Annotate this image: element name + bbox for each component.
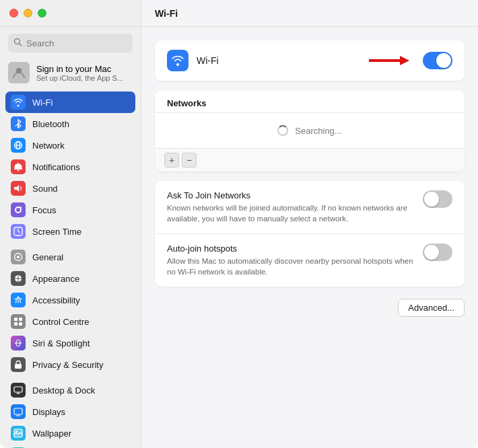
sidebar-item-label-wallpaper: Wallpaper [32,428,71,439]
appearance-icon [11,271,26,286]
sidebar-item-displays[interactable]: Displays [5,401,135,422]
bluetooth-icon [11,116,26,131]
sidebar-item-bluetooth[interactable]: Bluetooth [5,113,135,135]
controlcentre-icon [11,314,26,329]
sidebar-item-accessibility[interactable]: Accessibility [5,289,135,311]
wifi-card-label: Wi-Fi [197,55,361,66]
searching-text: Searching... [295,126,341,136]
sidebar-item-screentime[interactable]: Screen Time [5,221,135,242]
ask-to-join-toggle[interactable] [423,190,452,208]
sidebar-item-desktop[interactable]: Desktop & Dock [5,379,135,401]
advanced-row: Advanced... [155,296,465,320]
sidebar-item-label-displays: Displays [32,407,65,417]
sidebar-item-wallpaper[interactable]: Wallpaper [5,422,135,444]
sidebar-item-label-screentime: Screen Time [32,227,81,237]
sidebar-item-label-bluetooth: Bluetooth [32,119,69,129]
focus-icon [11,202,26,217]
sidebar-section: Wi-Fi Bluetooth Network [0,90,141,448]
search-input[interactable] [26,38,127,48]
sidebar-item-label-controlcentre: Control Centre [32,317,90,327]
sidebar-item-label-network: Network [32,141,65,151]
svg-marker-26 [400,56,409,65]
loading-spinner [277,125,288,136]
wallpaper-icon [11,426,26,441]
svg-point-23 [15,431,18,433]
sidebar-item-general[interactable]: General [5,246,135,268]
toggle-knob [436,53,451,68]
maximize-button[interactable] [38,9,46,17]
auto-join-text: Auto-join hotspots Allow this Mac to aut… [167,244,415,277]
accessibility-icon [11,293,26,307]
minimize-button[interactable] [24,9,32,17]
sidebar-item-notifications[interactable]: Notifications [5,156,135,178]
sidebar-item-label-accessibility: Accessibility [32,295,80,305]
sidebar-item-network[interactable]: Network [5,135,135,156]
sidebar: Sign in to your Mac Set up iCloud, the A… [0,0,141,448]
annotation-arrow [369,52,409,69]
sidebar-item-privacy[interactable]: Privacy & Security [5,354,135,375]
main-content: Wi-Fi Networks Searching... [141,0,478,448]
general-icon [11,250,26,264]
auto-join-desc: Allow this Mac to automatically discover… [167,256,415,277]
account-title: Sign in to your Mac [36,64,123,74]
search-box[interactable] [8,34,133,52]
auto-join-title: Auto-join hotspots [167,244,415,254]
sound-icon [11,181,26,196]
auto-join-toggle[interactable] [423,244,452,261]
notifications-icon [11,159,26,174]
svg-rect-20 [14,387,22,392]
sidebar-item-label-desktop: Desktop & Dock [32,385,95,396]
auto-join-row: Auto-join hotspots Allow this Mac to aut… [155,233,465,287]
sidebar-item-label-general: General [32,252,63,262]
sidebar-item-label-focus: Focus [32,205,56,215]
titlebar [0,0,141,27]
sidebar-item-screensaver[interactable]: Screen Saver [5,444,135,448]
sidebar-item-appearance[interactable]: Appearance [5,268,135,289]
wifi-icon-big [167,50,189,71]
ask-to-join-desc: Known networks will be joined automatica… [167,202,415,224]
sidebar-item-label-appearance: Appearance [32,274,79,284]
close-button[interactable] [9,9,18,17]
ask-to-join-knob [424,192,439,207]
svg-rect-15 [14,322,18,326]
sidebar-item-label-privacy: Privacy & Security [32,360,103,370]
networks-header: Networks [155,90,465,112]
account-icon [8,62,30,83]
svg-rect-19 [15,364,22,369]
advanced-button[interactable]: Advanced... [398,299,465,317]
wifi-toggle[interactable] [423,52,452,69]
account-subtitle: Set up iCloud, the App S... [36,74,123,82]
svg-rect-21 [14,408,22,414]
svg-point-7 [20,207,22,209]
account-text: Sign in to your Mac Set up iCloud, the A… [36,64,123,82]
wifi-toggle-card: Wi-Fi [155,40,465,81]
sidebar-item-label-siri: Siri & Spotlight [32,338,90,348]
svg-rect-14 [19,318,22,321]
sidebar-item-wifi[interactable]: Wi-Fi [5,91,135,113]
sidebar-item-label-wifi: Wi-Fi [32,98,53,108]
add-network-button[interactable]: + [164,153,179,167]
desktop-icon [11,383,26,398]
siri-icon [11,336,26,350]
ask-to-join-text: Ask To Join Networks Known networks will… [167,190,415,224]
svg-line-1 [20,44,22,46]
remove-network-button[interactable]: − [182,153,197,167]
sidebar-item-focus[interactable]: Focus [5,199,135,221]
add-remove-bar: + − [155,149,465,172]
wifi-icon [11,95,26,110]
sidebar-item-sound[interactable]: Sound [5,178,135,199]
sidebar-item-controlcentre[interactable]: Control Centre [5,311,135,332]
svg-marker-6 [14,185,19,192]
network-icon [11,138,26,153]
sidebar-item-siri[interactable]: Siri & Spotlight [5,332,135,354]
sidebar-item-label-sound: Sound [32,184,58,194]
page-title: Wi-Fi [155,8,178,19]
searching-row: Searching... [155,113,465,148]
account-item[interactable]: Sign in to your Mac Set up iCloud, the A… [0,58,141,87]
options-card: Ask To Join Networks Known networks will… [155,181,465,287]
privacy-icon [11,357,26,372]
svg-rect-16 [19,322,22,326]
main-titlebar: Wi-Fi [141,0,478,27]
ask-to-join-row: Ask To Join Networks Known networks will… [155,181,465,233]
svg-rect-13 [14,318,18,321]
